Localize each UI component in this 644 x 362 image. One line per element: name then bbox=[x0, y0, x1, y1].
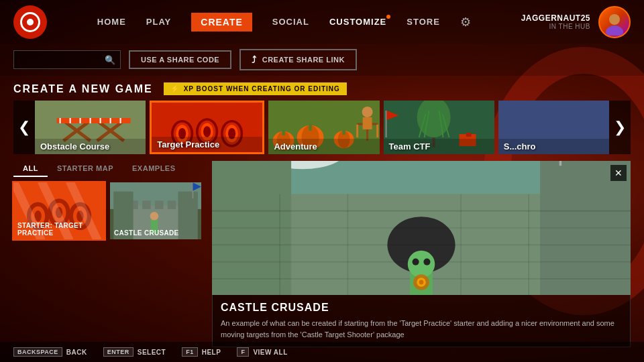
settings-icon[interactable]: ⚙ bbox=[460, 15, 471, 29]
xp-boost-text: XP BOOST WHEN CREATING OR EDITING bbox=[184, 85, 340, 93]
detail-panel: ✕ CASTLE CRUSADE An example of what can … bbox=[212, 161, 631, 347]
nav-item-home[interactable]: HOME bbox=[97, 17, 126, 27]
view-all-label: VIEW ALL bbox=[253, 349, 287, 356]
game-mode-carousel: ❮ bbox=[13, 101, 631, 154]
help-label: HELP bbox=[202, 349, 221, 356]
nav-item-store[interactable]: STORE bbox=[407, 17, 440, 27]
username-block: JAGGERNAUT25 IN THE HUB bbox=[521, 13, 590, 30]
svg-point-0 bbox=[609, 14, 620, 25]
f1-key: F1 bbox=[182, 347, 198, 357]
status-item-viewall: F VIEW ALL bbox=[237, 347, 287, 357]
search-input[interactable] bbox=[13, 50, 121, 69]
carousel-track: Obstacle Course bbox=[35, 101, 609, 154]
user-status: IN THE HUB bbox=[521, 23, 590, 30]
map-list-panel: ALL STARTER MAP EXAMPLES bbox=[13, 161, 201, 347]
target-practice-label: Target Practice bbox=[152, 137, 262, 152]
create-share-link-button[interactable]: ⤴ CREATE SHARE LINK bbox=[239, 49, 357, 70]
back-label: BACK bbox=[66, 349, 87, 356]
avatar[interactable] bbox=[598, 6, 631, 38]
nav-item-social[interactable]: SOCIAL bbox=[272, 17, 309, 27]
starter-target-bg: STARTER: TARGET PRACTICE bbox=[13, 182, 105, 239]
main-content: CREATE A NEW GAME XP BOOST WHEN CREATING… bbox=[0, 76, 644, 347]
xp-boost-badge: XP BOOST WHEN CREATING OR EDITING bbox=[164, 82, 347, 95]
section-title: CREATE A NEW GAME bbox=[13, 83, 153, 95]
detail-description: An example of what can be created if sta… bbox=[221, 318, 622, 340]
use-share-code-button[interactable]: USE A SHARE CODE bbox=[129, 50, 231, 69]
tab-examples[interactable]: EXAMPLES bbox=[123, 161, 185, 177]
status-item-back: BACKSPACE BACK bbox=[13, 347, 87, 357]
svg-rect-34 bbox=[309, 124, 312, 131]
nav-item-play[interactable]: PLAY bbox=[146, 17, 171, 27]
svg-rect-75 bbox=[155, 200, 164, 209]
game-card-adventure[interactable]: Adventure bbox=[268, 101, 379, 154]
synchro-label: S...chro bbox=[498, 139, 609, 154]
backspace-key: BACKSPACE bbox=[13, 347, 62, 357]
svg-rect-31 bbox=[282, 130, 285, 135]
detail-info: CASTLE CRUSADE An example of what can be… bbox=[212, 295, 631, 347]
detail-image: ✕ bbox=[212, 161, 631, 295]
teamctf-label: Team CTF bbox=[384, 139, 494, 154]
svg-rect-54 bbox=[466, 133, 471, 137]
obstacle-course-label: Obstacle Course bbox=[35, 139, 146, 154]
nav-menu: HOME PLAY CREATE SOCIAL CUSTOMIZE STORE … bbox=[97, 13, 471, 32]
select-label: SELECT bbox=[138, 349, 166, 356]
status-item-help: F1 HELP bbox=[182, 347, 221, 357]
f-key: F bbox=[237, 347, 249, 357]
svg-rect-37 bbox=[343, 130, 345, 135]
svg-point-120 bbox=[408, 251, 435, 278]
svg-point-1 bbox=[606, 25, 623, 36]
status-bar: BACKSPACE BACK ENTER SELECT F1 HELP F VI… bbox=[0, 342, 644, 362]
game-card-target[interactable]: Target Practice bbox=[150, 101, 264, 154]
svg-rect-41 bbox=[363, 117, 372, 129]
svg-rect-7 bbox=[57, 118, 131, 123]
svg-point-85 bbox=[150, 212, 159, 221]
svg-rect-51 bbox=[385, 111, 386, 137]
section-header: CREATE A NEW GAME XP BOOST WHEN CREATING… bbox=[13, 82, 631, 95]
svg-point-125 bbox=[419, 280, 424, 285]
close-detail-button[interactable]: ✕ bbox=[610, 165, 627, 181]
enter-key: ENTER bbox=[103, 347, 133, 357]
svg-point-121 bbox=[413, 259, 419, 265]
map-item-castle-crusade[interactable]: CASTLE CRUSADE bbox=[110, 182, 201, 239]
navigation-bar: HOME PLAY CREATE SOCIAL CUSTOMIZE STORE … bbox=[0, 0, 644, 44]
svg-rect-74 bbox=[142, 200, 151, 209]
carousel-prev-button[interactable]: ❮ bbox=[13, 101, 35, 154]
map-grid: STARTER: TARGET PRACTICE bbox=[13, 182, 201, 239]
map-section: ALL STARTER MAP EXAMPLES bbox=[13, 161, 631, 347]
map-tabs: ALL STARTER MAP EXAMPLES bbox=[13, 161, 201, 177]
username-text: JAGGERNAUT25 bbox=[521, 13, 590, 23]
svg-rect-76 bbox=[168, 200, 176, 209]
action-bar: 🔍 USE A SHARE CODE ⤴ CREATE SHARE LINK bbox=[0, 44, 644, 76]
user-profile: JAGGERNAUT25 IN THE HUB bbox=[521, 6, 631, 38]
svg-point-23 bbox=[203, 126, 211, 137]
castle-crusade-label: CASTLE CRUSADE bbox=[110, 227, 201, 239]
adventure-label: Adventure bbox=[268, 139, 379, 154]
nav-item-create[interactable]: CREATE bbox=[191, 13, 252, 32]
svg-point-40 bbox=[362, 107, 373, 117]
logo[interactable] bbox=[13, 5, 47, 39]
nav-item-customize[interactable]: CUSTOMIZE bbox=[329, 17, 386, 27]
share-icon: ⤴ bbox=[252, 54, 257, 65]
search-wrapper: 🔍 bbox=[13, 50, 121, 69]
status-item-select: ENTER SELECT bbox=[103, 347, 166, 357]
game-card-synchro[interactable]: S...chro bbox=[498, 101, 609, 154]
carousel-next-button[interactable]: ❯ bbox=[609, 101, 631, 154]
tab-all[interactable]: ALL bbox=[13, 161, 48, 177]
detail-title: CASTLE CRUSADE bbox=[221, 302, 622, 314]
game-card-teamctf[interactable]: Team CTF bbox=[384, 101, 494, 154]
game-card-obstacle[interactable]: Obstacle Course bbox=[35, 101, 146, 154]
tab-starter-map[interactable]: STARTER MAP bbox=[48, 161, 123, 177]
close-icon: ✕ bbox=[614, 168, 623, 178]
share-link-label: CREATE SHARE LINK bbox=[262, 56, 345, 64]
svg-point-122 bbox=[423, 259, 430, 265]
starter-target-label: STARTER: TARGET PRACTICE bbox=[13, 219, 105, 239]
map-item-starter-target[interactable]: STARTER: TARGET PRACTICE bbox=[13, 182, 105, 239]
